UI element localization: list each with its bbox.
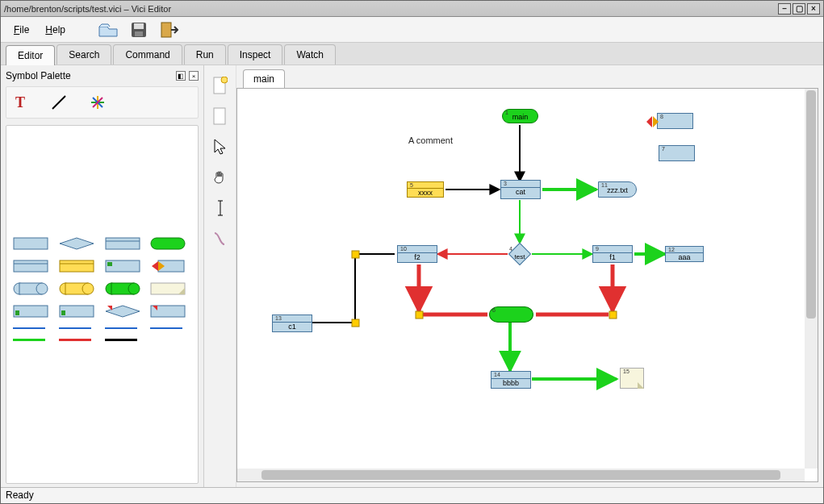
menu-help[interactable]: Help (39, 21, 72, 39)
maximize-button[interactable]: ▢ (793, 3, 805, 15)
menu-file[interactable]: File (7, 21, 36, 39)
status-bar: Ready (1, 487, 823, 503)
svg-rect-44 (214, 108, 225, 124)
workarea: Symbol Palette ◧ × T (1, 65, 823, 487)
canvas-tab-main[interactable]: main (243, 69, 285, 88)
svg-marker-21 (152, 261, 158, 271)
svg-rect-58 (416, 311, 423, 319)
star-tool-icon[interactable] (89, 94, 107, 111)
shape-cyl-green[interactable] (105, 282, 140, 295)
shape-rect-flag[interactable] (150, 305, 186, 318)
svg-line-4 (52, 96, 65, 109)
text-cursor-icon[interactable] (211, 199, 229, 217)
tab-search[interactable]: Search (56, 44, 111, 65)
svg-rect-37 (61, 310, 65, 315)
svg-rect-32 (151, 283, 185, 294)
node-bbbb[interactable]: 14bbbb (491, 371, 531, 389)
svg-rect-56 (352, 251, 359, 258)
svg-rect-13 (151, 238, 185, 249)
shape-rect-lock1[interactable] (13, 305, 48, 318)
palette-tool-row: T (6, 86, 199, 119)
pointer-tool-icon[interactable] (211, 138, 229, 156)
svg-rect-57 (352, 319, 359, 327)
open-icon[interactable] (98, 21, 119, 39)
palette-undock-button[interactable]: ◧ (176, 71, 186, 81)
svg-rect-16 (60, 260, 94, 272)
text-tool-icon[interactable]: T (11, 94, 29, 111)
line-tool-icon[interactable] (50, 94, 68, 111)
svg-rect-1 (134, 23, 144, 29)
titlebar: /home/brenton/scripts/test.vici – Vici E… (1, 1, 823, 17)
line-blue2[interactable] (59, 327, 91, 329)
node-extra1[interactable]: 8 (657, 113, 693, 129)
shape-pill[interactable] (150, 237, 186, 250)
canvas-comment[interactable]: A comment (408, 135, 453, 145)
shape-rect-arrows[interactable] (150, 260, 186, 273)
svg-marker-60 (646, 116, 652, 127)
vertical-scrollbar[interactable] (805, 89, 818, 469)
node-main[interactable]: 1main (502, 109, 538, 123)
node-extra2[interactable]: 7 (659, 145, 695, 161)
node-note[interactable]: 15 (620, 368, 644, 389)
shape-cyl-blue[interactable] (13, 282, 48, 295)
shape-rect2[interactable] (105, 237, 140, 250)
palette-title: Symbol Palette (6, 70, 71, 81)
shape-cyl-yellow[interactable] (59, 282, 94, 295)
editor-main: main (204, 65, 823, 487)
hand-tool-icon[interactable] (211, 169, 229, 186)
node-aaa[interactable]: 12aaa (665, 246, 704, 262)
line-blue4[interactable] (150, 327, 182, 329)
svg-rect-9 (14, 238, 48, 249)
shape-rect3[interactable] (13, 260, 48, 273)
node-cat[interactable]: 3cat (500, 180, 541, 199)
tab-inspect[interactable]: Inspect (228, 44, 283, 65)
shape-rect-lock2[interactable] (59, 305, 94, 318)
node-f1[interactable]: 9f1 (592, 245, 633, 263)
exit-icon[interactable] (159, 21, 180, 39)
shape-note[interactable] (150, 282, 186, 295)
horizontal-scrollbar[interactable] (237, 469, 805, 481)
svg-rect-2 (135, 31, 143, 36)
selector-icon[interactable] (211, 230, 229, 248)
side-toolbar (204, 65, 236, 487)
palette-close-button[interactable]: × (189, 71, 199, 81)
svg-rect-59 (609, 311, 617, 319)
shapes-list (6, 125, 199, 484)
close-button[interactable]: × (807, 3, 820, 15)
menubar: File Help (1, 17, 823, 43)
shape-diamond-flag[interactable] (105, 305, 140, 318)
node-c1[interactable]: 13c1 (272, 314, 312, 332)
save-icon[interactable] (128, 21, 149, 39)
line-green[interactable] (13, 339, 45, 341)
main-tabstrip: Editor Search Command Run Inspect Watch (1, 43, 823, 65)
tab-command[interactable]: Command (113, 44, 182, 65)
node-cylinder[interactable]: 6 (489, 306, 533, 323)
flowchart-canvas[interactable]: A comment 1main 5xxxx 3cat 11zzz.txt 4te… (237, 89, 805, 469)
minimize-button[interactable]: – (778, 3, 791, 15)
svg-point-43 (221, 77, 228, 83)
svg-rect-35 (15, 310, 19, 315)
canvas-viewport: A comment 1main 5xxxx 3cat 11zzz.txt 4te… (236, 88, 818, 482)
tab-run[interactable]: Run (184, 44, 226, 65)
node-xxxx[interactable]: 5xxxx (407, 181, 444, 198)
line-blue3[interactable] (105, 327, 137, 329)
shape-diamond[interactable] (59, 237, 94, 250)
node-f2[interactable]: 10f2 (397, 245, 437, 263)
shape-rect[interactable] (13, 237, 48, 250)
status-text: Ready (6, 489, 34, 501)
tab-watch[interactable]: Watch (284, 44, 336, 65)
tab-editor[interactable]: Editor (6, 45, 55, 65)
svg-rect-19 (107, 262, 112, 266)
line-blue[interactable] (13, 327, 45, 329)
window-title: /home/brenton/scripts/test.vici – Vici E… (4, 4, 778, 14)
new-page-icon[interactable] (211, 77, 229, 94)
symbol-palette: Symbol Palette ◧ × T (1, 65, 204, 487)
line-black[interactable] (105, 339, 137, 341)
node-zzz[interactable]: 11zzz.txt (598, 181, 637, 198)
shape-rect-tag[interactable] (105, 260, 140, 273)
shape-rect-yellow[interactable] (59, 260, 94, 273)
line-red[interactable] (59, 339, 91, 341)
svg-point-25 (36, 283, 48, 294)
svg-point-28 (82, 283, 94, 294)
page-icon[interactable] (211, 107, 229, 125)
